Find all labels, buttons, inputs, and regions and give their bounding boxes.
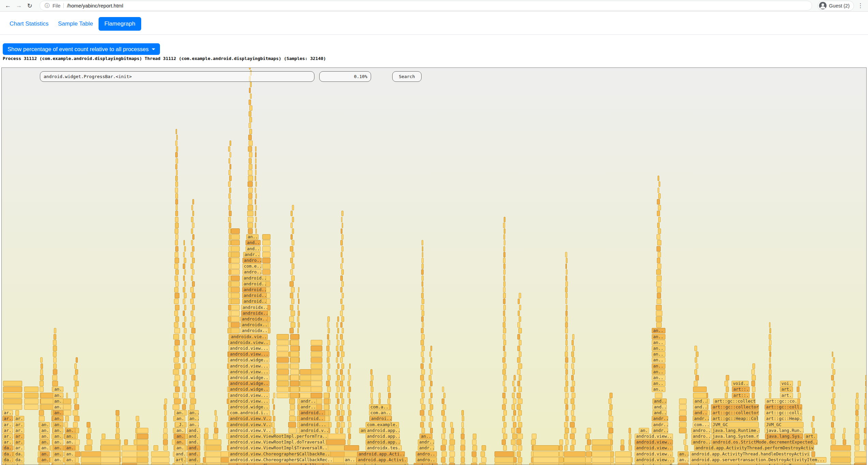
flame-cell[interactable]: art.. — [174, 457, 186, 463]
flame-box[interactable] — [657, 199, 660, 205]
flame-box[interactable] — [461, 410, 464, 416]
flame-box[interactable] — [592, 451, 611, 457]
flame-cell[interactable]: art::gc::collector.. — [711, 410, 759, 416]
flame-cell[interactable]: android.v.. — [299, 428, 328, 433]
flame-box[interactable] — [518, 422, 522, 427]
flame-box[interactable] — [184, 269, 186, 275]
flame-box[interactable] — [769, 393, 771, 398]
flame-box[interactable] — [512, 416, 515, 421]
flame-cell[interactable]: art::gc::coll.. — [765, 404, 802, 410]
flame-box[interactable] — [231, 240, 240, 245]
flame-box[interactable] — [854, 439, 860, 445]
percentage-dropdown-button[interactable]: Show percentage of event count relative … — [3, 43, 160, 55]
flame-box[interactable] — [503, 252, 505, 257]
flame-box[interactable] — [512, 404, 515, 410]
flame-box[interactable] — [559, 439, 563, 445]
flame-box[interactable] — [175, 140, 177, 146]
flame-box[interactable] — [657, 234, 660, 240]
flame-box[interactable] — [831, 399, 834, 404]
flame-box[interactable] — [348, 393, 350, 398]
flame-cell[interactable]: an.. — [53, 399, 63, 404]
flame-box[interactable] — [176, 205, 178, 210]
flame-box[interactable] — [657, 246, 660, 252]
flame-box[interactable] — [327, 334, 329, 340]
flame-box[interactable] — [229, 170, 231, 175]
flame-cell[interactable]: an.. — [65, 451, 75, 457]
flame-cell[interactable]: an.. — [652, 351, 665, 357]
flame-box[interactable] — [503, 234, 505, 240]
flame-cell[interactable]: andr.. — [652, 416, 668, 421]
flame-box[interactable] — [262, 258, 270, 263]
flame-box[interactable] — [503, 434, 507, 439]
flame-box[interactable] — [441, 410, 445, 416]
flame-cell[interactable]: and.. — [174, 463, 187, 465]
flame-box[interactable] — [387, 387, 390, 392]
flame-box[interactable] — [214, 422, 217, 427]
flame-box[interactable] — [342, 258, 343, 263]
flame-box[interactable] — [191, 205, 193, 210]
flame-box[interactable] — [249, 152, 252, 158]
flame-box[interactable] — [184, 305, 186, 310]
flame-box[interactable] — [182, 381, 185, 386]
flame-cell[interactable]: andr.. — [418, 445, 434, 451]
flame-box[interactable] — [658, 176, 659, 181]
flame-box[interactable] — [831, 410, 834, 416]
flame-box[interactable] — [422, 299, 424, 304]
flame-box[interactable] — [340, 264, 342, 269]
flame-box[interactable] — [503, 275, 505, 281]
flame-box[interactable] — [442, 463, 446, 465]
flame-box[interactable] — [182, 322, 185, 328]
flame-box[interactable] — [191, 311, 193, 316]
flame-box[interactable] — [679, 410, 687, 416]
flame-box[interactable] — [53, 351, 57, 357]
flame-box[interactable] — [565, 410, 568, 416]
flame-box[interactable] — [854, 451, 867, 457]
flame-box[interactable] — [255, 164, 256, 169]
flame-box[interactable] — [658, 228, 661, 234]
flame-box[interactable] — [290, 334, 299, 340]
flame-box[interactable] — [340, 357, 343, 363]
flame-box[interactable] — [175, 164, 177, 169]
flame-box[interactable] — [340, 311, 343, 316]
flame-box[interactable] — [657, 287, 661, 292]
flame-box[interactable] — [231, 322, 240, 328]
flame-box[interactable] — [249, 100, 251, 105]
flame-box[interactable] — [864, 434, 867, 439]
flame-box[interactable] — [136, 416, 139, 421]
flame-box[interactable] — [752, 393, 755, 398]
flame-box[interactable] — [679, 399, 687, 404]
flame-box[interactable] — [518, 399, 522, 404]
flame-box[interactable] — [40, 381, 44, 386]
flame-box[interactable] — [371, 375, 373, 380]
flame-box[interactable] — [255, 193, 257, 199]
flame-box[interactable] — [565, 281, 568, 287]
flame-box[interactable] — [503, 269, 505, 275]
flame-box[interactable] — [388, 393, 391, 398]
flame-cell[interactable]: an.. — [175, 416, 185, 421]
flame-box[interactable] — [565, 322, 568, 328]
flame-box[interactable] — [272, 399, 274, 404]
flame-box[interactable] — [290, 305, 293, 310]
flame-cell[interactable]: and.. — [187, 439, 200, 445]
flame-box[interactable] — [572, 340, 574, 345]
flame-box[interactable] — [341, 269, 344, 275]
flame-box[interactable] — [658, 193, 661, 199]
flame-box[interactable] — [337, 422, 340, 427]
flame-cell[interactable]: androidx.. — [241, 305, 268, 310]
flame-box[interactable] — [348, 369, 350, 375]
flame-cell[interactable]: da.. — [2, 463, 13, 465]
flame-box[interactable] — [231, 328, 240, 333]
flame-box[interactable] — [336, 369, 338, 375]
flame-box[interactable] — [518, 457, 523, 463]
flame-cell[interactable]: an.. — [678, 451, 689, 457]
flame-box[interactable] — [865, 399, 867, 404]
flame-box[interactable] — [421, 387, 424, 392]
flame-box[interactable] — [255, 152, 256, 158]
flame-box[interactable] — [248, 228, 253, 234]
flame-cell[interactable]: android.app.. — [366, 428, 400, 433]
flame-box[interactable] — [387, 375, 391, 380]
flame-box[interactable] — [565, 416, 569, 421]
flame-cell[interactable]: android.. — [242, 287, 266, 292]
info-icon[interactable]: ⓘ — [45, 3, 49, 9]
flame-box[interactable] — [513, 422, 516, 427]
